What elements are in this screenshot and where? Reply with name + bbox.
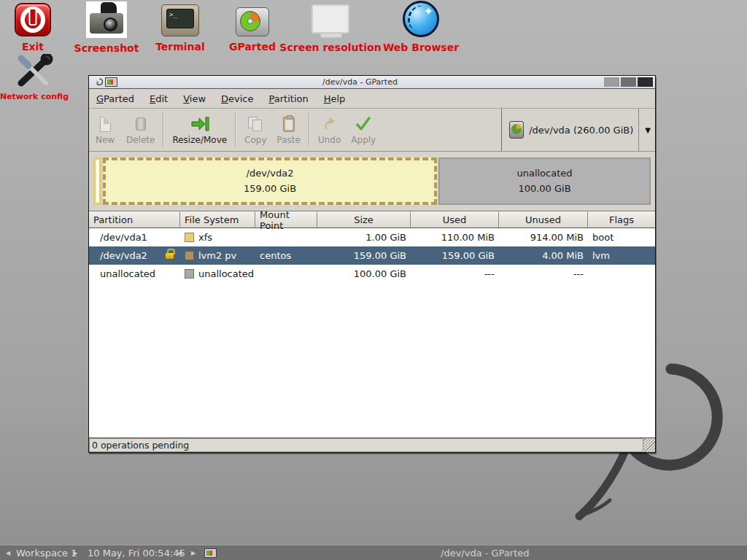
gparted-window: /dev/vda - GParted GParted Edit View Dev… (88, 75, 656, 453)
table-empty-area (89, 283, 655, 438)
column-header-partition[interactable]: Partition (89, 211, 180, 228)
table-row-vda1[interactable]: /dev/vda1 xfs 1.00 GiB 110.00 MiB 914.00… (89, 228, 655, 246)
desktop-icon-label: Screen resolution (279, 42, 381, 53)
copy-icon (248, 114, 263, 133)
cell-size: 159.00 GiB (317, 246, 411, 265)
cell-flags: lvm (588, 246, 655, 265)
maximize-button[interactable] (621, 77, 636, 87)
cell-mountpoint: centos (255, 246, 317, 265)
debian-swirl-icon (93, 77, 103, 87)
apply-button[interactable]: Apply (346, 109, 381, 151)
column-header-mountpoint[interactable]: Mount Point (255, 211, 317, 228)
cell-size: 100.00 GiB (317, 265, 411, 283)
partition-block-vda2-selected[interactable]: /dev/vda2 159.00 GiB (103, 158, 437, 205)
device-selector-value: /dev/vda (260.00 GiB) (529, 125, 633, 136)
desktop-icon-label: GParted (229, 41, 276, 52)
desktop-icon-screen-resolution[interactable]: Screen resolution (288, 4, 373, 53)
undo-button[interactable]: Undo (313, 109, 346, 151)
workspace-prev-icon[interactable]: ◀ (6, 545, 10, 560)
fs-color-chip (185, 233, 194, 242)
partition-table: Partition File System Mount Point Size U… (89, 211, 655, 438)
partition-block-vda1[interactable] (93, 158, 101, 205)
column-header-flags[interactable]: Flags (588, 211, 655, 228)
workspace-next-icon[interactable]: ▶ (73, 545, 77, 560)
toolbar-separator (309, 113, 310, 147)
desktop-icon-web-browser[interactable]: ✦ Web Browser (390, 1, 452, 53)
menu-view[interactable]: View (183, 93, 206, 104)
camera-icon (86, 1, 127, 38)
cell-unused: --- (499, 265, 588, 283)
new-button[interactable]: New (89, 109, 121, 151)
tools-icon (14, 54, 55, 88)
partition-block-unallocated[interactable]: unallocated 100.00 GiB (438, 158, 651, 205)
power-icon (15, 3, 51, 36)
hard-drive-icon (509, 121, 524, 139)
device-selector[interactable]: /dev/vda (260.00 GiB) ▼ (501, 109, 655, 151)
lock-icon (165, 252, 174, 260)
dropdown-arrow-icon[interactable]: ▼ (638, 109, 651, 151)
task-app-icon[interactable] (204, 545, 217, 560)
column-header-used[interactable]: Used (411, 211, 499, 228)
task-next-icon[interactable]: ▶ (191, 545, 196, 560)
pending-operations-status: 0 operations pending (89, 438, 643, 452)
partition-block-size: 159.00 GiB (244, 182, 296, 196)
cell-size: 1.00 GiB (317, 228, 411, 246)
window-titlebar[interactable]: /dev/vda - GParted (89, 76, 655, 89)
cell-used: 159.00 GiB (411, 246, 499, 265)
resize-move-button[interactable]: Resize/Move (167, 109, 232, 151)
desktop-icon-screenshot[interactable]: Screenshot (82, 1, 131, 54)
toolbar-separator (163, 113, 164, 147)
taskbar: ◀ Workspace 1 ▶ 10 May, Fri 00:54:45 ◀ ▶… (0, 545, 747, 560)
desktop-icon-terminal[interactable]: >_ Terminal (155, 4, 205, 52)
close-button[interactable] (638, 77, 653, 87)
table-row-vda2-selected[interactable]: /dev/vda2 lvm2 pv centos 159.00 GiB 159.… (89, 246, 655, 265)
cell-partition: /dev/vda1 (89, 228, 180, 246)
cell-filesystem: xfs (180, 228, 255, 246)
taskbar-task-title[interactable]: /dev/vda - GParted (441, 545, 530, 560)
desktop-icon-network-config[interactable]: Network config (7, 54, 61, 101)
desktop-icon-label: Network config (0, 92, 69, 101)
apply-check-icon (355, 114, 371, 133)
cell-flags (588, 265, 655, 283)
cell-mountpoint (255, 228, 317, 246)
desktop-icon-label: Screenshot (74, 42, 139, 54)
menu-partition[interactable]: Partition (269, 93, 309, 104)
partition-visual-area: /dev/vda2 159.00 GiB unallocated 100.00 … (89, 152, 655, 211)
delete-icon (136, 114, 146, 133)
partition-block-name: /dev/vda2 (247, 166, 294, 181)
column-header-filesystem[interactable]: File System (180, 211, 255, 228)
paste-icon (283, 114, 295, 133)
task-prev-icon[interactable]: ◀ (177, 545, 182, 560)
cell-used: 110.00 MiB (411, 228, 499, 246)
disk-pie-icon (236, 7, 269, 36)
paste-button[interactable]: Paste (272, 109, 306, 151)
globe-icon: ✦ (403, 1, 439, 37)
delete-button[interactable]: Delete (121, 109, 160, 151)
table-header-row: Partition File System Mount Point Size U… (89, 211, 655, 228)
cell-filesystem: lvm2 pv (180, 246, 255, 265)
menubar: GParted Edit View Device Partition Help (89, 89, 655, 109)
copy-button[interactable]: Copy (239, 109, 271, 151)
menu-device[interactable]: Device (221, 93, 253, 104)
cell-partition: unallocated (89, 265, 180, 283)
cell-used: --- (411, 265, 499, 283)
cell-partition: /dev/vda2 (89, 246, 180, 265)
table-row-unallocated[interactable]: unallocated unallocated 100.00 GiB --- -… (89, 265, 655, 283)
desktop-icon-exit[interactable]: Exit (9, 3, 56, 52)
cell-unused: 4.00 MiB (499, 246, 588, 265)
desktop-icon-label: Exit (22, 41, 44, 52)
column-header-unused[interactable]: Unused (499, 211, 588, 228)
statusbar: 0 operations pending (89, 438, 655, 452)
desktop-icon-gparted[interactable]: GParted (229, 7, 276, 52)
minimize-button[interactable] (604, 77, 619, 87)
menu-gparted[interactable]: GParted (96, 93, 134, 104)
fs-color-chip (185, 269, 194, 279)
undo-icon (322, 114, 337, 133)
resize-grip[interactable] (643, 438, 655, 452)
desktop-icon-label: Terminal (155, 41, 205, 52)
cell-unused: 914.00 MiB (499, 228, 588, 246)
column-header-size[interactable]: Size (317, 211, 411, 228)
menu-edit[interactable]: Edit (150, 93, 168, 104)
menu-help[interactable]: Help (324, 93, 346, 104)
resize-move-icon (190, 114, 209, 133)
